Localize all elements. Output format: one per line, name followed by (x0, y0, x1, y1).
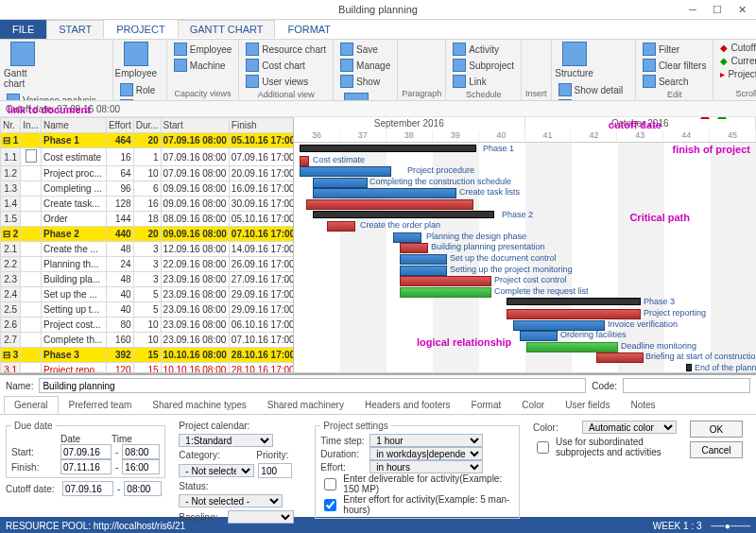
table-row[interactable]: 2.6Project cost...801023.09.16 08:0006.1… (1, 318, 295, 333)
gantt-chart-button[interactable]: Gantt chart (4, 42, 42, 89)
gantt-bar[interactable] (400, 254, 447, 265)
detail-tab[interactable]: Color (511, 396, 555, 414)
project-button[interactable]: Project (337, 93, 375, 101)
gantt-bar[interactable] (596, 352, 644, 363)
project-start-button[interactable]: ▸Project start (717, 68, 756, 80)
detail-tab[interactable]: Headers and footers (354, 396, 461, 414)
name-input[interactable] (39, 378, 586, 393)
link-button[interactable]: Link (450, 74, 517, 89)
show-button[interactable]: Show (337, 74, 393, 89)
gantt-bar[interactable] (513, 320, 605, 331)
table-row[interactable]: 1.5Order1441808.09.16 08:0005.10.16 17:0… (1, 212, 295, 227)
save-button[interactable]: Save (337, 42, 393, 57)
finish-date-input[interactable] (60, 459, 112, 474)
col-nr[interactable]: Nr. (1, 118, 21, 133)
col-start[interactable]: Start (161, 118, 229, 133)
code-input[interactable] (623, 378, 750, 393)
zoom-slider[interactable]: ──●─── (712, 521, 750, 531)
cancel-button[interactable]: Cancel (690, 441, 743, 458)
gantt-bar[interactable] (400, 266, 447, 276)
close-button[interactable]: ✕ (731, 2, 752, 17)
table-row[interactable]: ⊟ 3Phase 33921510.10.16 08:0028.10.16 17… (1, 348, 295, 363)
detail-tab[interactable]: User fields (555, 396, 620, 414)
manage-button[interactable]: Manage (337, 58, 393, 73)
search-button[interactable]: Search (640, 74, 710, 89)
tab-start[interactable]: START (46, 20, 104, 39)
priority-input[interactable] (258, 463, 292, 478)
filter-button[interactable]: Filter (640, 42, 710, 57)
activity-button[interactable]: Activity (450, 42, 517, 57)
subproject-button[interactable]: Subproject (450, 58, 517, 73)
table-row[interactable]: 3.1Project repo...1201510.10.16 08:0028.… (1, 363, 295, 373)
role-button[interactable]: Role (117, 82, 163, 97)
col-finish[interactable]: Finish (229, 118, 294, 133)
cap-employee-button[interactable]: Employee (171, 42, 234, 57)
user-views-button[interactable]: User views (243, 74, 329, 89)
timestep-select[interactable]: 1 hour (369, 434, 483, 447)
detail-tab[interactable]: Shared machinery (257, 396, 354, 414)
cutoff-time-input[interactable] (124, 481, 162, 496)
ok-button[interactable]: OK (690, 421, 743, 438)
employee-view-button[interactable]: Employee (117, 42, 155, 78)
table-row[interactable]: 2.7Complete th...1601023.09.16 08:0007.1… (1, 333, 295, 348)
effort-select[interactable]: in hours (369, 460, 483, 473)
gantt-bar[interactable] (507, 298, 641, 305)
gantt-bar[interactable] (300, 156, 309, 166)
table-row[interactable]: 1.3Completing ...96609.09.16 08:0016.09.… (1, 181, 295, 197)
duration-select[interactable]: in workdays|dependent on project c (369, 447, 483, 460)
detail-tab[interactable]: Notes (620, 396, 665, 414)
gantt-bar[interactable] (526, 342, 618, 352)
table-row[interactable]: ⊟ 1Phase 14642007.09.16 08:0005.10.16 17… (1, 133, 295, 148)
tab-project[interactable]: PROJECT (104, 20, 177, 39)
gantt-bar[interactable] (400, 287, 491, 298)
gantt-bar[interactable] (400, 276, 491, 286)
tab-format[interactable]: FORMAT (275, 20, 343, 39)
detail-tab[interactable]: Preferred team (59, 396, 143, 414)
minimize-button[interactable]: ─ (682, 2, 703, 17)
table-row[interactable]: 2.4Set up the ...40523.09.16 08:0029.09.… (1, 287, 295, 302)
table-row[interactable]: 1.2Project proc...641007.09.16 08:0020.0… (1, 166, 295, 181)
structure-button[interactable]: Structure (556, 42, 593, 78)
table-row[interactable]: 2.5Setting up t...40523.09.16 08:0029.09… (1, 302, 295, 318)
gantt-bar[interactable] (306, 199, 473, 210)
gantt-bar[interactable] (507, 309, 641, 319)
cutoff-date-input[interactable] (62, 481, 113, 496)
gantt-bar[interactable] (313, 188, 456, 198)
gantt-bar[interactable] (520, 331, 558, 341)
color-select[interactable]: Automatic color (582, 421, 677, 434)
gantt-bar[interactable] (300, 166, 391, 177)
tab-gantt-chart[interactable]: GANTT CHART (178, 20, 276, 39)
detail-tab[interactable]: Format (461, 396, 512, 414)
effort-checkbox[interactable] (324, 499, 336, 511)
gantt-chart[interactable]: September 2016October 2016 3637383940414… (294, 117, 756, 372)
category-select[interactable]: - Not selected - (179, 464, 254, 477)
calendar-select[interactable]: 1:Standard (179, 434, 273, 447)
gantt-bar[interactable] (400, 243, 428, 253)
task-table[interactable]: Nr. In... Name Effort Dur... Start Finis… (0, 117, 294, 372)
gantt-bar[interactable] (313, 178, 368, 188)
table-row[interactable]: 1.1Cost estimate16107.09.16 08:0007.09.1… (1, 148, 295, 166)
cost-chart-button[interactable]: Cost chart (243, 58, 329, 73)
table-row[interactable]: 1.4Create task...1281609.09.16 08:0030.0… (1, 197, 295, 212)
col-in[interactable]: In... (21, 118, 42, 133)
clear-filters-button[interactable]: Clear filters (640, 58, 710, 73)
gantt-bar[interactable] (393, 232, 421, 243)
table-row[interactable]: 2.1Create the ...48312.09.16 08:0014.09.… (1, 242, 295, 257)
col-name[interactable]: Name (42, 118, 107, 133)
table-row[interactable]: 2.3Building pla...48323.09.16 08:0027.09… (1, 272, 295, 287)
col-effort[interactable]: Effort (106, 118, 133, 133)
detail-tab[interactable]: General (4, 396, 59, 414)
tab-file[interactable]: FILE (0, 20, 46, 39)
resource-chart-button[interactable]: Resource chart (243, 42, 329, 57)
show-detail-button[interactable]: Show detail (556, 82, 631, 97)
baseline-select[interactable] (228, 510, 294, 524)
table-row[interactable]: ⊟ 2Phase 24402009.09.16 08:0007.10.16 17… (1, 227, 295, 242)
gantt-bar[interactable] (313, 211, 494, 218)
status-select[interactable]: - Not selected - (179, 494, 283, 507)
gantt-bar[interactable] (300, 145, 476, 152)
start-date-input[interactable] (60, 444, 112, 459)
detail-tab[interactable]: Shared machine types (142, 396, 257, 414)
variance-analysis-button[interactable]: Variance analysis (4, 93, 109, 101)
cutoff-date-button[interactable]: ◆Cutoff date (717, 42, 756, 54)
gantt-bar[interactable] (327, 221, 355, 232)
